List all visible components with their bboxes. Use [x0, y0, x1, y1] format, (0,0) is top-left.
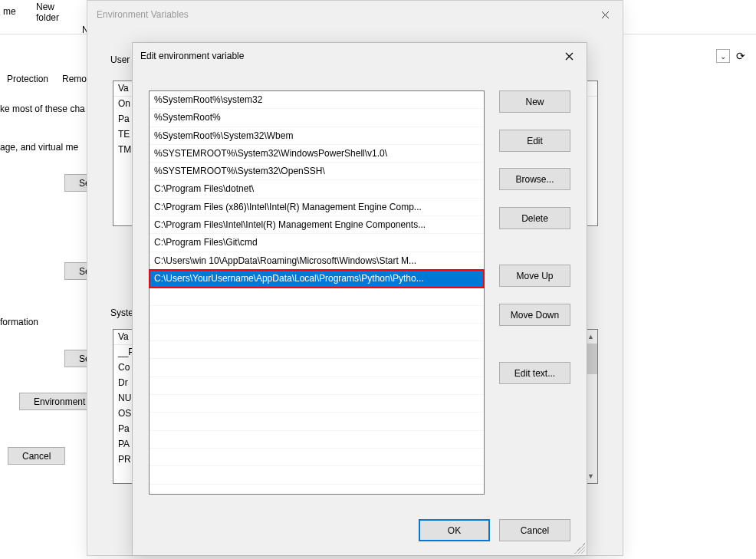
new-folder-line2: folder [36, 12, 59, 23]
close-icon [565, 52, 574, 61]
edit-env-variable-dialog: Edit environment variable %SystemRoot%\s… [132, 42, 587, 556]
path-item-empty[interactable] [150, 341, 484, 359]
path-item-empty[interactable] [150, 466, 484, 484]
cancel-button[interactable]: Cancel [499, 519, 570, 541]
env-user-group-label: User [110, 54, 130, 65]
edit-titlebar[interactable]: Edit environment variable [133, 43, 587, 69]
chevron-down-icon[interactable]: ⌄ [716, 49, 730, 63]
path-item-empty[interactable] [150, 359, 484, 377]
new-folder-line1: New [36, 2, 59, 12]
bg-label-me: me [3, 6, 16, 17]
new-folder-button[interactable]: New folder [36, 2, 59, 23]
env-close-button[interactable] [587, 2, 623, 27]
browse-button[interactable]: Browse... [499, 168, 570, 190]
move-up-button[interactable]: Move Up [499, 265, 570, 287]
delete-button[interactable]: Delete [499, 207, 570, 229]
edit-title: Edit environment variable [140, 51, 244, 61]
path-item[interactable]: %SystemRoot%\system32 [150, 91, 484, 109]
close-icon [601, 11, 610, 19]
bg-text-2: age, and virtual me [0, 142, 78, 153]
path-item-empty[interactable] [150, 431, 484, 449]
path-item[interactable]: C:\Program Files (x86)\Intel\Intel(R) Ma… [150, 199, 484, 216]
bg-right-controls: ⌄ ⟳ [716, 48, 748, 64]
path-item[interactable]: C:\Program Files\dotnet\ [150, 180, 484, 198]
path-item-empty[interactable] [150, 306, 484, 324]
path-item[interactable]: %SYSTEMROOT%\System32\WindowsPowerShell\… [150, 145, 484, 163]
path-item[interactable]: C:\Program Files\Intel\Intel(R) Manageme… [150, 216, 484, 234]
new-button[interactable]: New [499, 90, 570, 113]
path-item[interactable]: %SYSTEMROOT%\System32\OpenSSH\ [150, 163, 484, 180]
refresh-icon[interactable]: ⟳ [733, 48, 748, 64]
path-item-empty[interactable] [150, 449, 484, 466]
path-list[interactable]: %SystemRoot%\system32 %SystemRoot% %Syst… [149, 90, 485, 495]
path-item[interactable]: C:\Program Files\Git\cmd [150, 234, 484, 252]
edit-text-button[interactable]: Edit text... [499, 362, 570, 384]
path-item-empty[interactable] [150, 288, 484, 305]
env-titlebar[interactable]: Environment Variables [87, 1, 623, 28]
resize-grip-icon[interactable] [574, 543, 585, 554]
edit-close-button[interactable] [551, 44, 587, 67]
env-sys-group-label: Syste [110, 307, 133, 318]
bg-info-label: formation [0, 317, 38, 327]
path-item-empty[interactable] [150, 395, 484, 413]
path-item-selected[interactable]: C:\Users\YourUsername\AppData\Local\Prog… [150, 270, 484, 288]
tab-protection[interactable]: Protection [0, 70, 55, 88]
ok-button[interactable]: OK [419, 519, 490, 541]
bg-text-1: ke most of these cha [0, 104, 85, 114]
path-item-empty[interactable] [150, 413, 484, 430]
move-down-button[interactable]: Move Down [499, 304, 570, 326]
path-item[interactable]: %SystemRoot%\System32\Wbem [150, 127, 484, 145]
env-title: Environment Variables [97, 9, 189, 20]
path-item-empty[interactable] [150, 377, 484, 395]
bg-cancel-btn[interactable]: Cancel [8, 447, 65, 465]
path-item-empty[interactable] [150, 324, 484, 341]
path-item[interactable]: C:\Users\win 10\AppData\Roaming\Microsof… [150, 252, 484, 270]
dialog-bottom-buttons: OK Cancel [419, 519, 570, 541]
edit-button[interactable]: Edit [499, 130, 570, 152]
path-item[interactable]: %SystemRoot% [150, 109, 484, 127]
